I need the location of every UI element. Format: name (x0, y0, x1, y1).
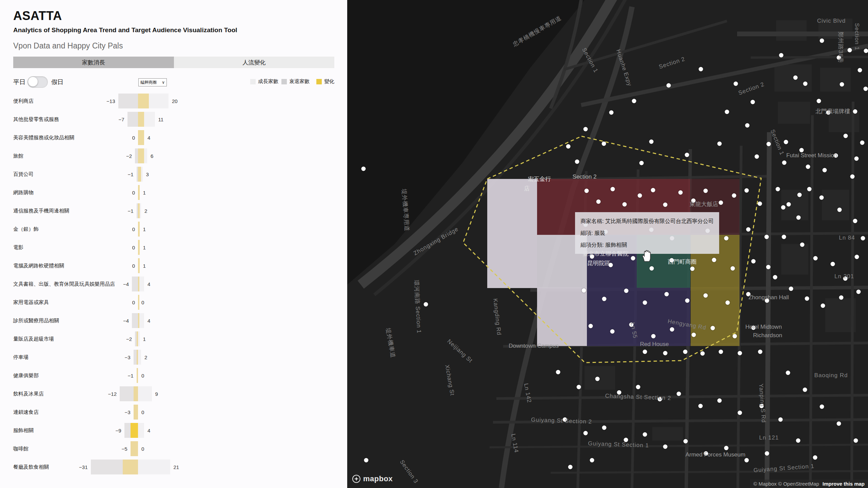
category-row[interactable]: 文具書籍、出版、教育休閒及玩具娛樂用品店−44 (13, 275, 334, 293)
store-dot[interactable] (575, 160, 579, 164)
tab-foot-traffic[interactable]: 人流變化 (174, 57, 335, 68)
store-dot[interactable] (650, 266, 654, 271)
store-dot[interactable] (719, 350, 723, 354)
store-dot[interactable] (823, 168, 827, 172)
store-dot[interactable] (585, 189, 589, 193)
store-dot[interactable] (712, 258, 716, 262)
store-dot[interactable] (796, 439, 801, 443)
store-dot[interactable] (639, 161, 644, 165)
store-dot[interactable] (834, 154, 838, 158)
store-dot[interactable] (582, 288, 586, 293)
category-row[interactable]: 咖啡館−50 (13, 440, 334, 458)
store-dot[interactable] (667, 83, 671, 88)
store-dot[interactable] (864, 87, 868, 91)
store-dot[interactable] (568, 465, 573, 469)
store-dot[interactable] (424, 302, 428, 307)
store-dot[interactable] (658, 397, 662, 402)
store-dot[interactable] (765, 235, 769, 239)
store-dot[interactable] (724, 236, 729, 241)
store-dot[interactable] (850, 175, 855, 179)
store-dot[interactable] (860, 141, 865, 145)
category-row[interactable]: 診所或醫療用品相關−44 (13, 311, 334, 330)
store-dot[interactable] (855, 255, 859, 259)
store-dot[interactable] (711, 326, 715, 330)
store-dot[interactable] (643, 350, 647, 354)
store-dot[interactable] (797, 193, 802, 197)
store-dot[interactable] (663, 445, 668, 449)
store-dot[interactable] (807, 187, 812, 191)
store-dot[interactable] (691, 199, 696, 203)
store-dot[interactable] (839, 296, 844, 300)
store-dot[interactable] (649, 140, 654, 144)
store-dot[interactable] (776, 187, 780, 191)
store-dot[interactable] (803, 82, 808, 86)
store-dot[interactable] (704, 451, 708, 456)
store-dot[interactable] (778, 418, 783, 422)
category-row[interactable]: 餐廳及飲食相關−3121 (13, 458, 334, 476)
store-dot[interactable] (651, 334, 656, 339)
store-dot[interactable] (684, 439, 688, 444)
store-dot[interactable] (623, 202, 627, 207)
store-dot[interactable] (692, 333, 696, 337)
store-dot[interactable] (624, 438, 628, 442)
store-dot[interactable] (848, 48, 852, 53)
store-dot[interactable] (745, 123, 750, 128)
store-dot[interactable] (782, 161, 787, 165)
category-row[interactable]: 量販店及超級市場−21 (13, 330, 334, 348)
store-dot[interactable] (803, 388, 807, 392)
store-dot[interactable] (738, 351, 742, 355)
store-dot[interactable] (704, 189, 708, 193)
store-dot[interactable] (670, 258, 674, 263)
store-dot[interactable] (690, 267, 695, 271)
store-dot[interactable] (813, 256, 818, 261)
store-dot[interactable] (820, 39, 824, 43)
store-dot[interactable] (800, 148, 804, 152)
store-dot[interactable] (820, 196, 824, 200)
store-dot[interactable] (745, 458, 749, 463)
store-dot[interactable] (698, 404, 703, 408)
store-dot[interactable] (781, 205, 786, 210)
store-dot[interactable] (844, 134, 848, 138)
store-dot[interactable] (817, 99, 821, 103)
category-row[interactable]: 停車場−32 (13, 348, 334, 366)
store-dot[interactable] (589, 324, 593, 328)
store-dot[interactable] (631, 256, 635, 261)
store-dot[interactable] (853, 109, 857, 114)
store-dot[interactable] (793, 76, 798, 80)
store-dot[interactable] (751, 259, 756, 264)
store-dot[interactable] (734, 82, 738, 86)
store-dot[interactable] (617, 390, 622, 395)
store-dot[interactable] (746, 292, 751, 297)
store-dot[interactable] (837, 422, 841, 426)
store-dot[interactable] (717, 142, 722, 146)
store-dot[interactable] (704, 293, 708, 298)
store-dot[interactable] (782, 235, 786, 239)
store-dot[interactable] (602, 142, 606, 146)
store-dot[interactable] (651, 188, 655, 192)
store-dot[interactable] (364, 458, 369, 463)
store-dot[interactable] (856, 290, 861, 294)
store-dot[interactable] (760, 404, 764, 408)
store-dot[interactable] (663, 203, 668, 207)
store-dot[interactable] (731, 266, 735, 271)
store-dot[interactable] (629, 323, 634, 327)
store-dot[interactable] (758, 202, 762, 206)
category-row[interactable]: 金（銀）飾01 (13, 220, 334, 238)
store-dot[interactable] (733, 334, 737, 339)
store-dot[interactable] (796, 216, 801, 220)
store-dot[interactable] (719, 201, 723, 205)
store-dot[interactable] (677, 392, 681, 396)
mapbox-logo[interactable]: mapbox (352, 474, 393, 483)
store-dot[interactable] (854, 439, 858, 443)
store-dot[interactable] (678, 190, 683, 195)
store-dot[interactable] (837, 208, 842, 212)
store-dot[interactable] (786, 371, 790, 375)
tab-store-change[interactable]: 家數消長 (13, 57, 174, 68)
store-dot[interactable] (767, 142, 771, 146)
store-dot[interactable] (787, 202, 791, 207)
store-dot[interactable] (602, 426, 607, 430)
store-dot[interactable] (584, 127, 588, 131)
store-dot[interactable] (813, 455, 817, 460)
store-dot[interactable] (685, 153, 689, 157)
improve-map-link[interactable]: Improve this map (823, 481, 865, 487)
